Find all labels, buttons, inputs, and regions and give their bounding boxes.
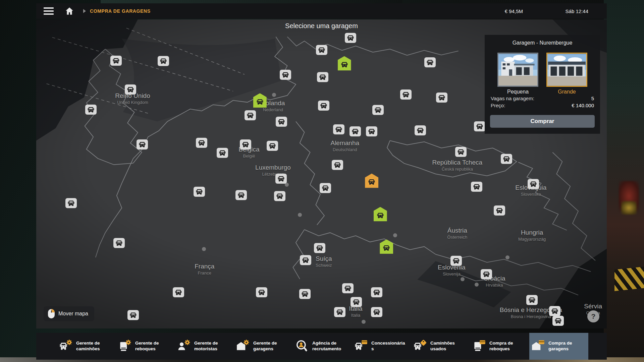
garage-marker-available[interactable] xyxy=(549,306,560,316)
home-icon[interactable] xyxy=(64,6,74,16)
garage-marker-available[interactable] xyxy=(217,148,228,158)
country-label: HungriaMagyarország xyxy=(518,229,546,242)
tab-label: Compra de garagens xyxy=(548,341,583,352)
garage-marker-available[interactable] xyxy=(528,179,539,189)
truck-card-icon xyxy=(354,339,368,353)
garage-marker-available[interactable] xyxy=(127,310,139,320)
garage-marker-available[interactable] xyxy=(318,101,329,111)
help-button[interactable]: ? xyxy=(587,310,599,322)
garage-marker-available[interactable] xyxy=(235,190,247,200)
garage-marker-available[interactable] xyxy=(333,124,344,134)
garage-marker-available[interactable] xyxy=(317,72,328,82)
garage-marker-available[interactable] xyxy=(65,198,77,208)
tab-label: Agência de recrutamento xyxy=(312,341,347,352)
slots-label: Vagas na garagem: xyxy=(491,96,534,101)
country-label: AlemanhaDeutschland xyxy=(330,139,359,152)
tab-label: Gerente de reboques xyxy=(135,341,170,352)
tab-agencia-de-recrutamento[interactable]: Agência de recrutamento xyxy=(293,333,352,360)
bottom-tab-bar: Gerente de caminhõesGerente de reboquesG… xyxy=(36,333,607,360)
tab-label: Gerente de garagens xyxy=(253,341,288,352)
garage-size-option-pequena[interactable]: Pequena xyxy=(497,53,538,95)
tab-compra-de-garagens[interactable]: Compra de garagens xyxy=(529,333,588,360)
price-label: Preço: xyxy=(491,103,505,108)
mouse-icon xyxy=(48,309,55,319)
garage-marker-available[interactable] xyxy=(256,287,267,297)
tab-gerente-de-garagens[interactable]: Gerente de garagens xyxy=(234,333,293,360)
garage-marker-available[interactable] xyxy=(332,160,343,170)
tab-concessionarias[interactable]: Concessionárias xyxy=(352,333,411,360)
garage-marker-available[interactable] xyxy=(275,174,287,184)
garage-marker-available[interactable] xyxy=(424,57,436,67)
garage-marker-available[interactable] xyxy=(196,138,207,148)
garage-marker-available[interactable] xyxy=(436,93,447,103)
country-label: República TchecaČeská republika xyxy=(432,159,483,172)
city-dot xyxy=(298,213,302,217)
garage-marker-available[interactable] xyxy=(400,89,412,100)
garage-marker-available[interactable] xyxy=(110,56,122,66)
garage-marker-available[interactable] xyxy=(455,147,467,157)
garage-marker-available[interactable] xyxy=(471,182,482,192)
garage-marker-available[interactable] xyxy=(194,187,205,197)
move-map-label: Mover mapa xyxy=(58,311,88,317)
garage-marker-available[interactable] xyxy=(125,84,136,95)
garage-marker-available[interactable] xyxy=(481,269,492,279)
buy-button[interactable]: Comprar xyxy=(490,115,595,128)
garage-marker-available[interactable] xyxy=(299,289,311,299)
menu-icon[interactable] xyxy=(44,7,54,15)
garage-size-option-grande[interactable]: Grande xyxy=(546,53,587,95)
tab-gerente-de-motoristas[interactable]: Gerente de motoristas xyxy=(175,333,234,360)
garage-marker-available[interactable] xyxy=(267,141,278,151)
garage-purchase-window: COMPRA DE GARAGENS € 94,5M Sáb 12:44 xyxy=(36,3,607,360)
garage-marker-available[interactable] xyxy=(113,238,125,248)
tab-gerente-de-reboques[interactable]: Gerente de reboques xyxy=(116,333,175,360)
driver-gear-icon xyxy=(177,339,191,353)
garage-marker-available[interactable] xyxy=(350,126,361,136)
city-dot xyxy=(362,320,366,324)
garage-marker-available[interactable] xyxy=(345,33,356,43)
garage-marker-available[interactable] xyxy=(276,117,287,127)
country-label: ÁustriaÖsterreich xyxy=(447,227,467,240)
garage-marker-available[interactable] xyxy=(280,70,291,80)
garage-marker-available[interactable] xyxy=(371,307,382,317)
garage-marker-available[interactable] xyxy=(501,154,512,164)
tab-compra-de-reboques[interactable]: Compra de reboques xyxy=(470,333,529,360)
garage-marker-available[interactable] xyxy=(85,105,97,115)
garage-marker-available[interactable] xyxy=(552,316,564,326)
tab-label: Gerente de motoristas xyxy=(194,341,229,352)
truck-gear-icon xyxy=(59,339,73,353)
breadcrumb-chevron-icon xyxy=(83,9,86,13)
garage-photo xyxy=(546,53,587,87)
garage-marker-available[interactable] xyxy=(240,139,251,149)
garage-marker-available[interactable] xyxy=(245,110,256,120)
garage-marker-available[interactable] xyxy=(351,297,362,307)
garage-marker-available[interactable] xyxy=(158,56,169,66)
garage-marker-available[interactable] xyxy=(137,139,148,149)
game-time: Sáb 12:44 xyxy=(566,8,588,14)
garage-marker-available[interactable] xyxy=(314,243,325,253)
hazard-stripe-decor xyxy=(614,266,644,291)
garage-marker-available[interactable] xyxy=(316,45,327,55)
garage-marker-available[interactable] xyxy=(366,126,377,136)
player-money: € 94,5M xyxy=(505,8,523,14)
garage-marker-available[interactable] xyxy=(415,125,426,135)
tab-caminhoes-usados[interactable]: Caminhões usados xyxy=(411,333,470,360)
garage-marker-available[interactable] xyxy=(320,183,331,193)
europe-map[interactable]: Selecione uma garagem Reino UnidoUnited … xyxy=(36,19,607,328)
garage-marker-available[interactable] xyxy=(300,255,311,265)
garage-marker-available[interactable] xyxy=(526,295,538,305)
garage-marker-available[interactable] xyxy=(342,283,354,293)
garage-marker-available[interactable] xyxy=(173,287,184,297)
garage-marker-available[interactable] xyxy=(371,287,382,297)
garage-marker-available[interactable] xyxy=(494,205,505,216)
city-dot xyxy=(202,247,206,251)
garage-marker-available[interactable] xyxy=(334,307,345,317)
tab-gerente-de-caminhoes[interactable]: Gerente de caminhões xyxy=(57,333,116,360)
country-label: FrançaFrance xyxy=(195,263,214,276)
garage-marker-available[interactable] xyxy=(372,105,384,115)
garage-size-label: Pequena xyxy=(497,89,538,95)
garage-card-icon xyxy=(531,339,545,353)
garage-marker-available[interactable] xyxy=(474,121,485,131)
garage-panel-title: Garagem - Nurembergue xyxy=(485,35,600,48)
garage-marker-available[interactable] xyxy=(274,191,285,201)
garage-marker-available[interactable] xyxy=(450,256,462,266)
